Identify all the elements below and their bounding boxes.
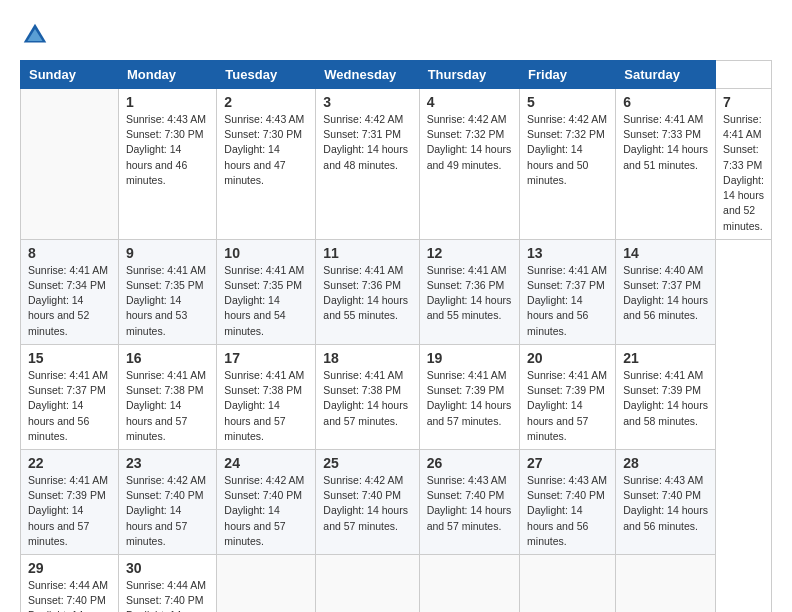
day-number: 4 [427,94,512,110]
day-info: Sunrise: 4:44 AMSunset: 7:40 PMDaylight:… [126,578,209,612]
day-info: Sunrise: 4:42 AMSunset: 7:32 PMDaylight:… [427,112,512,173]
day-info: Sunrise: 4:42 AMSunset: 7:32 PMDaylight:… [527,112,608,188]
day-info: Sunrise: 4:41 AMSunset: 7:39 PMDaylight:… [623,368,708,429]
day-info: Sunrise: 4:43 AMSunset: 7:40 PMDaylight:… [527,473,608,549]
day-info: Sunrise: 4:41 AMSunset: 7:33 PMDaylight:… [723,112,764,234]
day-info: Sunrise: 4:40 AMSunset: 7:37 PMDaylight:… [623,263,708,324]
day-number: 22 [28,455,111,471]
calendar-cell-day-4: 4 Sunrise: 4:42 AMSunset: 7:32 PMDayligh… [419,89,519,240]
calendar-cell-day-12: 12 Sunrise: 4:41 AMSunset: 7:36 PMDaylig… [419,239,519,344]
calendar-cell-day-30: 30 Sunrise: 4:44 AMSunset: 7:40 PMDaylig… [118,555,216,612]
calendar-cell-day-13: 13 Sunrise: 4:41 AMSunset: 7:37 PMDaylig… [520,239,616,344]
calendar-cell-day-9: 9 Sunrise: 4:41 AMSunset: 7:35 PMDayligh… [118,239,216,344]
day-info: Sunrise: 4:41 AMSunset: 7:34 PMDaylight:… [28,263,111,339]
day-number: 12 [427,245,512,261]
calendar-cell-day-26: 26 Sunrise: 4:43 AMSunset: 7:40 PMDaylig… [419,449,519,554]
day-info: Sunrise: 4:41 AMSunset: 7:36 PMDaylight:… [323,263,411,324]
day-info: Sunrise: 4:41 AMSunset: 7:35 PMDaylight:… [224,263,308,339]
calendar-header-friday: Friday [520,61,616,89]
day-number: 2 [224,94,308,110]
calendar-cell-day-11: 11 Sunrise: 4:41 AMSunset: 7:36 PMDaylig… [316,239,419,344]
calendar-cell-day-19: 19 Sunrise: 4:41 AMSunset: 7:39 PMDaylig… [419,344,519,449]
day-number: 14 [623,245,708,261]
day-info: Sunrise: 4:41 AMSunset: 7:38 PMDaylight:… [323,368,411,429]
day-info: Sunrise: 4:42 AMSunset: 7:40 PMDaylight:… [323,473,411,534]
calendar-header-sunday: Sunday [21,61,119,89]
day-info: Sunrise: 4:41 AMSunset: 7:33 PMDaylight:… [623,112,708,173]
day-number: 21 [623,350,708,366]
calendar-cell-day-3: 3 Sunrise: 4:42 AMSunset: 7:31 PMDayligh… [316,89,419,240]
calendar-cell-day-17: 17 Sunrise: 4:41 AMSunset: 7:38 PMDaylig… [217,344,316,449]
day-number: 23 [126,455,209,471]
empty-cell [217,555,316,612]
calendar-cell-day-15: 15 Sunrise: 4:41 AMSunset: 7:37 PMDaylig… [21,344,119,449]
day-number: 17 [224,350,308,366]
calendar-cell-day-24: 24 Sunrise: 4:42 AMSunset: 7:40 PMDaylig… [217,449,316,554]
day-number: 20 [527,350,608,366]
empty-cell [616,555,716,612]
day-info: Sunrise: 4:43 AMSunset: 7:40 PMDaylight:… [623,473,708,534]
empty-cell [419,555,519,612]
day-info: Sunrise: 4:41 AMSunset: 7:39 PMDaylight:… [527,368,608,444]
day-number: 9 [126,245,209,261]
calendar-cell-day-18: 18 Sunrise: 4:41 AMSunset: 7:38 PMDaylig… [316,344,419,449]
logo-icon [20,20,50,50]
calendar-cell-day-8: 8 Sunrise: 4:41 AMSunset: 7:34 PMDayligh… [21,239,119,344]
empty-cell [21,89,119,240]
calendar-cell-day-27: 27 Sunrise: 4:43 AMSunset: 7:40 PMDaylig… [520,449,616,554]
calendar-cell-day-1: 1 Sunrise: 4:43 AMSunset: 7:30 PMDayligh… [118,89,216,240]
day-number: 10 [224,245,308,261]
day-number: 26 [427,455,512,471]
calendar-cell-day-10: 10 Sunrise: 4:41 AMSunset: 7:35 PMDaylig… [217,239,316,344]
day-number: 5 [527,94,608,110]
day-info: Sunrise: 4:41 AMSunset: 7:36 PMDaylight:… [427,263,512,324]
day-number: 30 [126,560,209,576]
calendar-week-5: 29 Sunrise: 4:44 AMSunset: 7:40 PMDaylig… [21,555,772,612]
day-number: 15 [28,350,111,366]
calendar-header-row: SundayMondayTuesdayWednesdayThursdayFrid… [21,61,772,89]
calendar-cell-day-5: 5 Sunrise: 4:42 AMSunset: 7:32 PMDayligh… [520,89,616,240]
day-info: Sunrise: 4:41 AMSunset: 7:38 PMDaylight:… [126,368,209,444]
calendar-cell-day-16: 16 Sunrise: 4:41 AMSunset: 7:38 PMDaylig… [118,344,216,449]
calendar-cell-day-29: 29 Sunrise: 4:44 AMSunset: 7:40 PMDaylig… [21,555,119,612]
calendar-cell-day-21: 21 Sunrise: 4:41 AMSunset: 7:39 PMDaylig… [616,344,716,449]
day-number: 29 [28,560,111,576]
day-info: Sunrise: 4:43 AMSunset: 7:40 PMDaylight:… [427,473,512,534]
day-info: Sunrise: 4:41 AMSunset: 7:39 PMDaylight:… [427,368,512,429]
day-number: 18 [323,350,411,366]
day-number: 19 [427,350,512,366]
calendar-cell-day-28: 28 Sunrise: 4:43 AMSunset: 7:40 PMDaylig… [616,449,716,554]
calendar-cell-day-25: 25 Sunrise: 4:42 AMSunset: 7:40 PMDaylig… [316,449,419,554]
day-number: 3 [323,94,411,110]
day-info: Sunrise: 4:41 AMSunset: 7:38 PMDaylight:… [224,368,308,444]
calendar-week-2: 8 Sunrise: 4:41 AMSunset: 7:34 PMDayligh… [21,239,772,344]
day-info: Sunrise: 4:42 AMSunset: 7:40 PMDaylight:… [224,473,308,549]
day-info: Sunrise: 4:44 AMSunset: 7:40 PMDaylight:… [28,578,111,612]
day-number: 28 [623,455,708,471]
calendar-table: SundayMondayTuesdayWednesdayThursdayFrid… [20,60,772,612]
calendar-cell-day-6: 6 Sunrise: 4:41 AMSunset: 7:33 PMDayligh… [616,89,716,240]
calendar-cell-day-14: 14 Sunrise: 4:40 AMSunset: 7:37 PMDaylig… [616,239,716,344]
day-info: Sunrise: 4:42 AMSunset: 7:31 PMDaylight:… [323,112,411,173]
day-info: Sunrise: 4:41 AMSunset: 7:37 PMDaylight:… [527,263,608,339]
calendar-body: 1 Sunrise: 4:43 AMSunset: 7:30 PMDayligh… [21,89,772,613]
day-number: 25 [323,455,411,471]
calendar-cell-day-2: 2 Sunrise: 4:43 AMSunset: 7:30 PMDayligh… [217,89,316,240]
calendar-header-saturday: Saturday [616,61,716,89]
day-info: Sunrise: 4:43 AMSunset: 7:30 PMDaylight:… [126,112,209,188]
calendar-week-1: 1 Sunrise: 4:43 AMSunset: 7:30 PMDayligh… [21,89,772,240]
calendar-week-4: 22 Sunrise: 4:41 AMSunset: 7:39 PMDaylig… [21,449,772,554]
day-number: 27 [527,455,608,471]
day-number: 1 [126,94,209,110]
day-info: Sunrise: 4:41 AMSunset: 7:35 PMDaylight:… [126,263,209,339]
day-info: Sunrise: 4:41 AMSunset: 7:37 PMDaylight:… [28,368,111,444]
empty-cell [520,555,616,612]
calendar-cell-day-22: 22 Sunrise: 4:41 AMSunset: 7:39 PMDaylig… [21,449,119,554]
day-number: 7 [723,94,764,110]
day-number: 13 [527,245,608,261]
calendar-cell-day-7: 7 Sunrise: 4:41 AMSunset: 7:33 PMDayligh… [716,89,772,240]
day-number: 6 [623,94,708,110]
day-number: 24 [224,455,308,471]
day-info: Sunrise: 4:43 AMSunset: 7:30 PMDaylight:… [224,112,308,188]
calendar-header-monday: Monday [118,61,216,89]
